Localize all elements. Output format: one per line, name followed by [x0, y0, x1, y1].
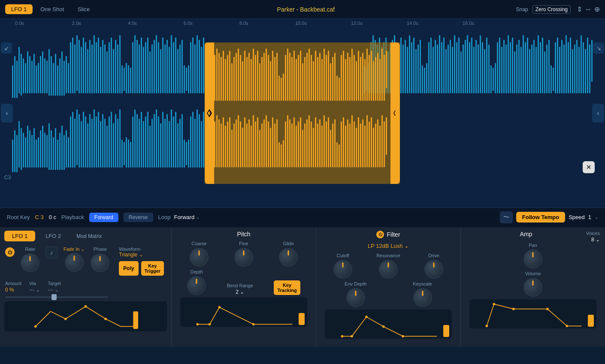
poly-button[interactable]: Poly [119, 261, 138, 276]
svg-rect-311 [266, 49, 267, 101]
pan-knob[interactable] [523, 250, 542, 268]
svg-rect-269 [166, 114, 168, 167]
svg-rect-21 [57, 66, 58, 96]
svg-rect-434 [356, 128, 357, 167]
fade-knob[interactable] [65, 253, 84, 272]
pitch-env-button[interactable] [299, 313, 305, 325]
svg-rect-58 [136, 40, 138, 93]
svg-rect-134 [458, 38, 460, 93]
svg-rect-366 [384, 55, 385, 101]
tab-classic[interactable]: LFO 1 [5, 4, 33, 14]
svg-point-462 [402, 335, 404, 338]
resonance-knob[interactable] [379, 260, 398, 279]
time-16s: 16.0s [463, 21, 474, 26]
forward-button[interactable]: Forward [89, 213, 118, 222]
keytrigger-button[interactable]: KeyTrigger [141, 261, 164, 276]
stretch-icon[interactable]: ⇕ [577, 5, 582, 13]
loop-value[interactable]: Forward [174, 214, 194, 220]
svg-rect-396 [274, 123, 275, 167]
waveform-value[interactable]: Triangle ⌄ [119, 252, 164, 258]
nav-right[interactable]: ‹ [592, 104, 604, 123]
svg-rect-128 [445, 49, 447, 93]
cutoff-knob[interactable] [333, 260, 352, 279]
volume-knob[interactable] [523, 278, 542, 297]
snap-value[interactable]: Zero Crossing [532, 5, 571, 14]
lfo-power-button[interactable]: ⏻ [5, 247, 15, 257]
svg-rect-142 [475, 40, 477, 93]
svg-point-452 [104, 318, 107, 320]
svg-rect-231 [85, 117, 86, 168]
amount-value[interactable]: 0 % [5, 287, 21, 293]
via-value[interactable]: --- ⌄ [29, 287, 40, 293]
lfo2-tab[interactable]: LFO 2 [38, 231, 69, 241]
tab-slice[interactable]: Slice [72, 4, 96, 14]
svg-rect-13 [40, 56, 41, 93]
waveform-area: 0.0s 2.0s 4.0s 6.0s 8.0s 10.0s 12.0s 14.… [0, 19, 605, 208]
filter-power-button[interactable]: ⏻ [376, 231, 384, 238]
svg-rect-107 [400, 38, 402, 93]
svg-rect-124 [437, 45, 438, 93]
plus-icon[interactable]: ⊕ [594, 5, 600, 13]
fit-icon[interactable]: ↔ [585, 6, 592, 13]
svg-rect-247 [119, 109, 121, 167]
rate-knob[interactable] [21, 253, 39, 272]
mod-matrix-tab[interactable]: Mod Matrix [71, 231, 107, 241]
depth-knob[interactable] [187, 276, 206, 295]
lfo-section: LFO 1 LFO 2 Mod Matrix ⏻ Rate ♪ Fade In … [0, 227, 172, 347]
follow-tempo-button[interactable]: Follow Tempo [516, 212, 565, 223]
svg-rect-291 [223, 51, 224, 100]
svg-rect-294 [229, 51, 230, 100]
filter-type[interactable]: LP 12dB Lush ⌄ [368, 243, 409, 249]
svg-rect-319 [283, 74, 284, 101]
svg-point-458 [341, 335, 344, 338]
voices-value[interactable]: 8 ⌄ [591, 237, 600, 243]
amount-slider[interactable] [5, 296, 108, 298]
coarse-knob[interactable] [190, 248, 209, 267]
svg-rect-365 [381, 49, 383, 101]
glide-knob[interactable] [279, 248, 298, 267]
svg-rect-419 [324, 115, 325, 167]
svg-rect-258 [143, 121, 144, 167]
svg-rect-403 [289, 120, 290, 168]
loop-start-handle[interactable] [205, 42, 214, 184]
svg-rect-340 [328, 51, 329, 100]
waveform-toggle[interactable]: 〜 [500, 211, 513, 223]
svg-rect-328 [302, 63, 303, 101]
pitch-envelope-display [180, 298, 307, 327]
loop-region[interactable] [205, 42, 400, 184]
env-depth-knob[interactable] [346, 288, 365, 307]
corner-tr[interactable]: ↘ [593, 42, 604, 54]
loop-end-handle[interactable] [390, 42, 400, 184]
phase-knob[interactable] [91, 253, 109, 272]
time-6s: 6.0s [184, 21, 193, 26]
keyscale-knob[interactable] [413, 288, 432, 307]
filter-env-button[interactable] [443, 325, 449, 337]
note-button[interactable]: ♪ [45, 247, 57, 259]
svg-rect-62 [145, 42, 146, 93]
svg-rect-81 [186, 68, 187, 91]
drive-knob[interactable] [424, 260, 443, 279]
root-key-value[interactable]: C 3 [35, 214, 43, 220]
target-value[interactable]: --- ⌄ [48, 287, 61, 293]
svg-rect-56 [132, 42, 133, 93]
svg-rect-241 [106, 126, 108, 167]
bend-range-label: Bend Range [227, 283, 253, 288]
svg-rect-190 [578, 47, 580, 93]
fine-knob[interactable] [234, 248, 253, 267]
amp-env-button[interactable] [588, 315, 594, 327]
close-button[interactable]: ✕ [583, 161, 595, 173]
reverse-button[interactable]: Reverse [124, 213, 153, 222]
bend-range-value[interactable]: 2 ⌄ [236, 289, 244, 295]
speed-value[interactable]: 1 [588, 214, 591, 220]
svg-rect-276 [182, 114, 183, 167]
via-label: Via [29, 281, 40, 286]
svg-rect-357 [364, 59, 366, 101]
lfo1-tab[interactable]: LFO 1 [4, 231, 35, 241]
nav-left[interactable]: › [1, 104, 13, 123]
tab-oneshot[interactable]: One Shot [34, 4, 70, 14]
key-tracking-button[interactable]: KeyTracking [274, 280, 300, 295]
corner-tl[interactable]: ↙ [1, 42, 12, 54]
loop-dropdown[interactable]: Loop Forward ⌄ [158, 214, 200, 220]
offset-value[interactable]: 0 c [49, 214, 56, 220]
svg-rect-210 [40, 130, 41, 168]
